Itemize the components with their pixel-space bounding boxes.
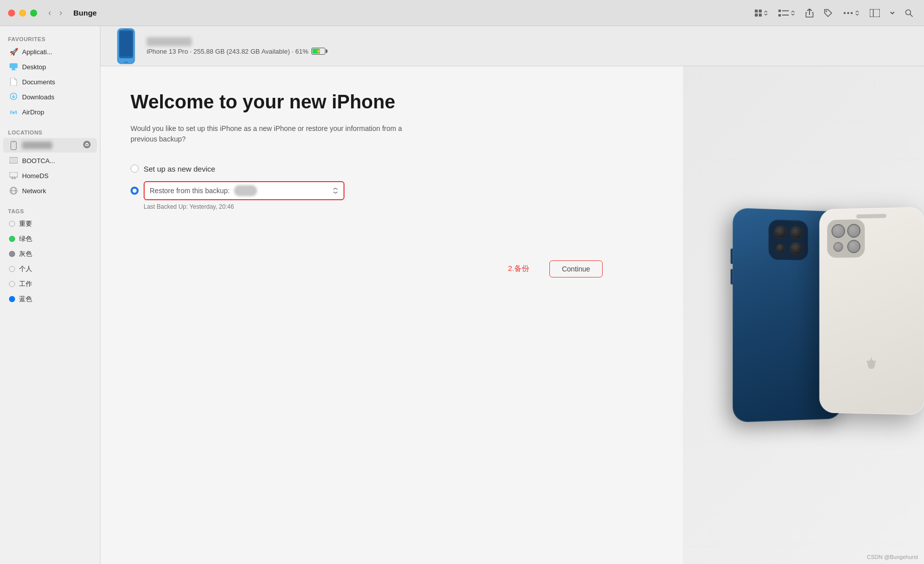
annotation-area: 1. 选择备份 Restore from this backup: — [131, 181, 653, 210]
options-section: Set up as new device 1. 选择备份 Restore fro… — [131, 165, 653, 210]
locations-label: Locations — [0, 125, 100, 137]
phone-sidebar-icon — [9, 141, 18, 150]
svg-point-22 — [83, 141, 91, 149]
back-arrow[interactable]: ‹ — [45, 7, 54, 19]
svg-rect-17 — [12, 68, 15, 70]
camera-lens-front-4 — [834, 242, 843, 251]
sidebar-item-tag-work[interactable]: 工作 — [3, 277, 97, 291]
forward-arrow[interactable]: › — [56, 7, 65, 19]
sidebar-item-label: Network — [22, 187, 46, 195]
device-eject-icon — [83, 140, 91, 150]
radio-new-device[interactable] — [131, 165, 139, 173]
main-content: Welcome to your new iPhone Would you lik… — [100, 66, 924, 564]
sidebar-item-tag-gray[interactable]: 灰色 — [3, 247, 97, 261]
svg-rect-0 — [755, 10, 758, 13]
volume-down-btn — [731, 269, 733, 285]
camera-lens-4 — [776, 243, 785, 253]
phones-scene — [683, 66, 924, 564]
volume-up-btn — [731, 248, 733, 264]
camera-bump-left — [769, 220, 807, 260]
main-layout: Favourites 🚀 Applicati... Desktop Docume… — [0, 26, 924, 564]
sidebar-item-bootcamp[interactable]: BOOTCA... — [3, 154, 97, 168]
sidebar-item-label: AirDrop — [22, 108, 44, 116]
battery-icon: ⚡ — [311, 48, 325, 55]
watermark: CSDN @Bungehurst — [867, 554, 918, 560]
tag-dot-gray — [9, 251, 15, 257]
restore-dropdown[interactable]: Restore from this backup: — [144, 181, 344, 200]
tag-label: 灰色 — [19, 249, 32, 258]
applications-icon: 🚀 — [9, 47, 18, 56]
device-name-blurred — [147, 37, 192, 46]
more-button[interactable] — [840, 8, 863, 19]
tag-dot-green — [9, 236, 15, 242]
downloads-icon — [9, 92, 18, 101]
camera-lens-1 — [774, 225, 787, 239]
sidebar-item-desktop[interactable]: Desktop — [3, 60, 97, 74]
bootcamp-icon — [9, 156, 18, 165]
restore-chevron-icon — [332, 188, 338, 194]
sidebar: Favourites 🚀 Applicati... Desktop Docume… — [0, 26, 100, 564]
svg-rect-33 — [124, 62, 128, 63]
sidebar-item-label: BOOTCA... — [22, 157, 55, 165]
svg-rect-21 — [12, 142, 15, 143]
sidebar-item-label: Downloads — [22, 93, 54, 101]
chevron-down-button[interactable] — [887, 9, 898, 18]
battery-bolt-icon: ⚡ — [316, 49, 321, 54]
svg-rect-4 — [778, 10, 781, 12]
radio-restore[interactable] — [131, 187, 139, 195]
svg-point-8 — [826, 11, 827, 12]
sidebar-item-label: Applicati... — [22, 48, 52, 56]
search-button[interactable] — [902, 7, 916, 19]
window-controls — [8, 10, 37, 17]
maximize-button[interactable] — [30, 10, 37, 17]
device-name-label — [22, 142, 52, 149]
option-restore[interactable]: Restore from this backup: — [131, 181, 653, 200]
camera-lens-front-2 — [847, 224, 860, 237]
battery-body: ⚡ — [311, 48, 325, 55]
nav-arrows: ‹ › — [45, 7, 65, 19]
sidebar-item-tag-green[interactable]: 绿色 — [3, 232, 97, 246]
sidebar-item-label: Desktop — [22, 63, 46, 71]
list-icon — [778, 9, 789, 17]
sidebar-item-tag-important[interactable]: 重要 — [3, 217, 97, 231]
restore-toggle-blurred — [234, 185, 257, 196]
svg-rect-1 — [759, 10, 762, 13]
sidebar-item-device[interactable] — [3, 138, 97, 153]
sidebar-item-tag-personal[interactable]: 个人 — [3, 262, 97, 276]
sidebar-item-documents[interactable]: Documents — [3, 75, 97, 89]
view-grid-button[interactable] — [751, 7, 771, 19]
close-button[interactable] — [8, 10, 15, 17]
sidebar-item-applications[interactable]: 🚀 Applicati... — [3, 45, 97, 59]
network-icon — [9, 186, 18, 195]
svg-rect-20 — [11, 141, 17, 150]
option-new-device-label: Set up as new device — [144, 165, 215, 173]
minimize-button[interactable] — [19, 10, 26, 17]
sidebar-item-network[interactable]: Network — [3, 184, 97, 198]
sidebar-item-airdrop[interactable]: AirDrop — [3, 105, 97, 119]
camera-lens-3 — [790, 242, 803, 255]
title-bar: ‹ › Bunge — [0, 0, 924, 26]
share-button[interactable] — [802, 7, 817, 20]
chevron-list-icon — [790, 11, 795, 16]
svg-rect-2 — [755, 14, 758, 17]
svg-rect-24 — [11, 159, 17, 162]
device-details: iPhone 13 Pro · 255.88 GB (243.82 GB Ava… — [147, 48, 325, 55]
restore-label: Restore from this backup: — [150, 187, 230, 195]
chevron-down-icon — [890, 11, 895, 16]
camera-lens-2 — [790, 226, 803, 239]
device-header: iPhone 13 Pro · 255.88 GB (243.82 GB Ava… — [100, 26, 924, 66]
tag-button[interactable] — [821, 7, 836, 20]
view-list-button[interactable] — [775, 7, 798, 19]
sidebar-item-downloads[interactable]: Downloads — [3, 90, 97, 104]
sidebar-toggle-button[interactable] — [867, 7, 883, 19]
toolbar-icons — [751, 7, 916, 20]
svg-rect-7 — [782, 15, 789, 16]
share-icon — [805, 9, 814, 18]
sidebar-item-tag-blue[interactable]: 蓝色 — [3, 292, 97, 306]
continue-button[interactable]: Continue — [549, 260, 603, 277]
option-new-device[interactable]: Set up as new device — [131, 165, 653, 173]
last-backed-up: Last Backed Up: Yesterday, 20:46 — [144, 203, 653, 210]
welcome-subtitle: Would you like to set up this iPhone as … — [131, 123, 422, 145]
svg-line-15 — [910, 14, 913, 17]
sidebar-item-homeds[interactable]: HomeDS — [3, 169, 97, 183]
